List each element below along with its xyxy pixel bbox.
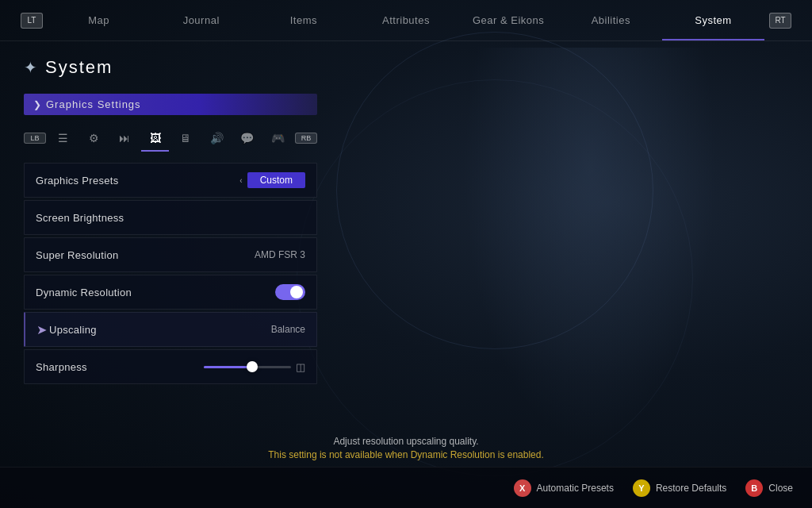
- toggle-knob: [290, 286, 303, 298]
- dynamic-resolution-toggle[interactable]: [275, 284, 305, 300]
- tab-gear[interactable]: ⚙: [80, 126, 108, 150]
- nav-item-items[interactable]: Items: [252, 11, 354, 29]
- sharpness-icon: ◫: [296, 361, 305, 373]
- page-title-container: ✦ System: [24, 57, 349, 78]
- setting-upscaling[interactable]: ➤ Upscaling Balance: [24, 312, 317, 347]
- b-button-icon: B: [745, 479, 763, 497]
- upscaling-pointer-icon: ➤: [36, 322, 47, 337]
- setting-sharpness[interactable]: Sharpness ◫: [24, 349, 317, 384]
- setting-value-super-resolution: AMD FSR 3: [255, 249, 305, 260]
- bottom-info-main-text: Adjust resolution upscaling quality.: [6, 436, 806, 447]
- left-panel: ✦ System ❯ Graphics Settings LB ☰ ⚙ ⏭ 🖼 …: [0, 41, 349, 460]
- setting-label-upscaling: Upscaling: [49, 324, 97, 336]
- setting-label-graphics-presets: Graphics Presets: [36, 175, 119, 187]
- setting-screen-brightness[interactable]: Screen Brightness: [24, 200, 317, 235]
- close-label: Close: [768, 483, 793, 494]
- settings-list: Graphics Presets ‹ Custom Screen Brightn…: [24, 163, 317, 384]
- icon-tabs: LB ☰ ⚙ ⏭ 🖼 🖥 🔊 💬 🎮 RB: [24, 123, 317, 153]
- setting-graphics-presets[interactable]: Graphics Presets ‹ Custom: [24, 163, 317, 198]
- automatic-presets-button[interactable]: X Automatic Presets: [514, 479, 614, 497]
- restore-defaults-button[interactable]: Y Restore Defaults: [633, 479, 726, 497]
- y-button-icon: Y: [633, 479, 650, 497]
- setting-label-super-resolution: Super Resolution: [36, 249, 119, 261]
- preset-badge: Custom: [247, 172, 305, 188]
- setting-dynamic-resolution[interactable]: Dynamic Resolution: [24, 275, 317, 310]
- lt-button[interactable]: LT: [21, 13, 43, 29]
- setting-label-sharpness: Sharpness: [36, 361, 87, 373]
- tab-chat[interactable]: 💬: [234, 126, 262, 150]
- tab-display[interactable]: 🖥: [172, 126, 200, 150]
- preset-arrow-icon: ‹: [239, 176, 242, 185]
- nav-item-gear[interactable]: Gear & Eikons: [458, 11, 560, 29]
- nav-item-attributes[interactable]: Attributes: [354, 11, 457, 29]
- setting-value-graphics-presets: ‹ Custom: [239, 172, 305, 188]
- tab-audio[interactable]: 🔊: [203, 126, 231, 150]
- setting-value-upscaling: Balance: [271, 324, 305, 335]
- tab-gamepad[interactable]: 🎮: [264, 126, 292, 150]
- automatic-presets-label: Automatic Presets: [537, 483, 614, 494]
- bottom-bar: X Automatic Presets Y Restore Defaults B…: [0, 467, 812, 508]
- nav-item-map[interactable]: Map: [48, 11, 150, 29]
- top-nav: LT Map Journal Items Attributes Gear & E…: [0, 0, 812, 41]
- tab-image[interactable]: 🖼: [141, 126, 169, 150]
- section-header[interactable]: ❯ Graphics Settings: [24, 94, 317, 115]
- rt-button[interactable]: RT: [769, 13, 791, 29]
- sharpness-slider-track[interactable]: [204, 366, 291, 368]
- setting-super-resolution[interactable]: Super Resolution AMD FSR 3: [24, 237, 317, 272]
- page-title: System: [45, 57, 113, 78]
- bottom-info: Adjust resolution upscaling quality. Thi…: [0, 429, 812, 467]
- setting-label-dynamic-resolution: Dynamic Resolution: [36, 287, 132, 298]
- tab-media[interactable]: ⏭: [111, 126, 139, 150]
- x-button-icon: X: [514, 479, 531, 497]
- setting-label-screen-brightness: Screen Brightness: [36, 212, 124, 224]
- lb-tab-btn[interactable]: LB: [24, 133, 46, 144]
- nav-item-system[interactable]: System: [662, 11, 764, 29]
- close-button[interactable]: B Close: [745, 479, 793, 497]
- sharpness-slider-fill: [204, 366, 252, 368]
- system-icon: ✦: [24, 58, 37, 77]
- sharpness-slider-thumb[interactable]: [247, 361, 258, 372]
- section-header-label: Graphics Settings: [46, 98, 141, 110]
- nav-item-journal[interactable]: Journal: [150, 11, 252, 29]
- tab-list[interactable]: ☰: [49, 126, 77, 150]
- rb-tab-btn[interactable]: RB: [295, 133, 317, 144]
- section-arrow-icon: ❯: [33, 99, 41, 110]
- arc-decoration-2: [297, 79, 693, 476]
- restore-defaults-label: Restore Defaults: [656, 483, 726, 494]
- bottom-info-warning-text: This setting is not available when Dynam…: [6, 449, 806, 460]
- sharpness-slider-container[interactable]: ◫: [204, 361, 305, 373]
- nav-item-abilities[interactable]: Abilities: [560, 11, 662, 29]
